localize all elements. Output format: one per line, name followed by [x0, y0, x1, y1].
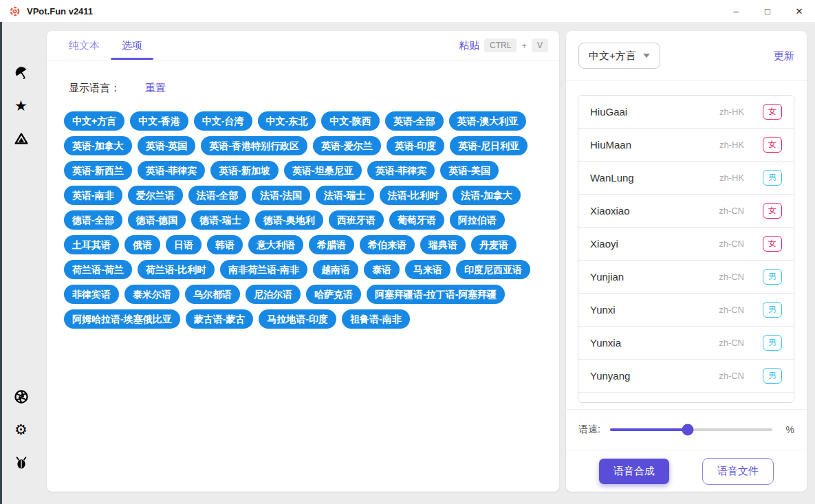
language-pill[interactable]: 祖鲁语-南非 — [342, 309, 410, 329]
language-pill[interactable]: 德语-奥地利 — [255, 210, 323, 230]
language-pill[interactable]: 法语-瑞士 — [316, 186, 374, 205]
voice-locale: zh-CN — [719, 239, 744, 249]
language-pill[interactable]: 中文-东北 — [258, 111, 316, 131]
voice-row[interactable] — [578, 393, 794, 403]
synthesize-button[interactable]: 语音合成 — [599, 459, 669, 484]
bug-icon[interactable] — [13, 454, 30, 471]
language-dropdown[interactable]: 中文+方言 — [578, 43, 660, 69]
maximize-button[interactable]: □ — [752, 0, 783, 22]
language-pill[interactable]: 中文-陕西 — [321, 111, 380, 131]
language-rows: 中文+方言中文-香港中文-台湾中文-东北中文-陕西英语-全部英语-澳大利亚英语-… — [64, 111, 545, 329]
language-pill[interactable]: 英语-新西兰 — [64, 161, 132, 180]
language-pill[interactable]: 中文-香港 — [130, 111, 188, 131]
language-pill[interactable]: 西班牙语 — [329, 210, 384, 230]
language-pill[interactable]: 爱尔兰语 — [128, 186, 183, 205]
voice-row[interactable]: Yunjian zh-CN 男 — [578, 261, 794, 294]
main-panel: 纯文本 选项 粘贴 CTRL + V 显示语言： 重置 中文+方言中文-香港中文… — [47, 31, 559, 492]
voice-panel-header: 中文+方言 更新 — [566, 31, 807, 81]
language-pill[interactable]: 哈萨克语 — [306, 285, 361, 304]
language-pill[interactable]: 菲律宾语 — [64, 285, 119, 304]
language-pill[interactable]: 英语-尼日利亚 — [450, 136, 528, 155]
language-pill[interactable]: 英语-印度 — [387, 136, 445, 155]
language-pill[interactable]: 英语-全部 — [385, 111, 444, 131]
voice-row[interactable]: Yunxi zh-CN 男 — [578, 294, 794, 327]
triangle-icon[interactable] — [13, 131, 30, 147]
language-pill[interactable]: 希腊语 — [309, 235, 354, 254]
speed-slider[interactable] — [610, 428, 772, 431]
language-pill[interactable]: 葡萄牙语 — [389, 210, 444, 230]
language-pill[interactable]: 英语-菲律宾 — [138, 161, 206, 180]
language-pill[interactable]: 英语-美国 — [440, 161, 499, 180]
language-pill[interactable]: 俄语 — [124, 235, 160, 254]
language-pill[interactable]: 荷兰语-比利时 — [138, 260, 215, 279]
voice-row[interactable]: HiuMaan zh-HK 女 — [578, 129, 794, 162]
language-pill[interactable]: 瑞典语 — [420, 235, 466, 254]
language-pill[interactable]: 韩语 — [207, 235, 243, 254]
voice-row[interactable]: WanLung zh-HK 男 — [578, 162, 794, 195]
voice-row[interactable]: Yunxia zh-CN 男 — [578, 327, 794, 360]
language-pill[interactable]: 马来语 — [405, 260, 450, 279]
voice-locale: zh-HK — [719, 173, 744, 183]
reset-button[interactable]: 重置 — [145, 82, 166, 95]
gear-icon[interactable]: ⚙ — [13, 421, 30, 438]
aperture-icon[interactable] — [13, 388, 30, 405]
language-pill[interactable]: 德语-瑞士 — [191, 210, 250, 230]
language-pill[interactable]: 英语-香港特别行政区 — [201, 136, 307, 155]
language-pill[interactable]: 丹麦语 — [471, 235, 517, 254]
voice-row[interactable]: Xiaoxiao zh-CN 女 — [578, 195, 794, 228]
language-pill[interactable]: 乌尔都语 — [185, 285, 240, 304]
voice-row[interactable]: Xiaoyi zh-CN 女 — [578, 228, 794, 261]
language-pill[interactable]: 法语-法国 — [252, 186, 310, 205]
paste-button[interactable]: 粘贴 — [459, 39, 479, 52]
language-pill[interactable]: 法语-加拿大 — [453, 186, 521, 205]
tab-plain-text[interactable]: 纯文本 — [58, 31, 111, 60]
voice-name: HiuMaan — [590, 139, 631, 151]
update-button[interactable]: 更新 — [774, 50, 794, 63]
minimize-button[interactable]: – — [720, 0, 752, 22]
language-pill[interactable]: 泰语 — [364, 260, 400, 279]
language-pill[interactable]: 英语-加拿大 — [64, 136, 132, 155]
language-pill[interactable]: 阿塞拜疆语-拉丁语-阿塞拜疆 — [367, 285, 505, 304]
language-pill[interactable]: 英语-英国 — [138, 136, 196, 155]
language-pill[interactable]: 阿拉伯语 — [450, 210, 505, 230]
language-pill[interactable]: 尼泊尔语 — [246, 285, 301, 304]
voice-file-button[interactable]: 语音文件 — [702, 458, 774, 485]
speed-slider-thumb[interactable] — [682, 424, 694, 436]
star-icon[interactable]: ★ — [13, 98, 30, 114]
language-pill[interactable]: 马拉地语-印度 — [259, 309, 336, 329]
language-pill[interactable]: 越南语 — [313, 260, 358, 279]
language-pill[interactable]: 土耳其语 — [64, 235, 119, 254]
language-pill[interactable]: 印度尼西亚语 — [456, 260, 530, 279]
language-pill[interactable]: 英语-南非 — [64, 186, 122, 205]
language-pill[interactable]: 希伯来语 — [360, 235, 415, 254]
language-pill[interactable]: 法语-全部 — [188, 186, 247, 205]
app-logo-icon — [9, 6, 21, 17]
language-pill[interactable]: 日语 — [166, 235, 202, 254]
voice-name: Yunyang — [590, 370, 630, 382]
umbrella-icon[interactable] — [13, 65, 30, 81]
language-pill[interactable]: 泰米尔语 — [124, 285, 180, 304]
voice-locale: zh-CN — [719, 338, 744, 348]
language-pill[interactable]: 阿姆哈拉语-埃塞俄比亚 — [64, 309, 180, 329]
close-button[interactable]: ✕ — [783, 0, 815, 22]
language-pill[interactable]: 法语-比利时 — [380, 186, 448, 205]
language-pill[interactable]: 英语-坦桑尼亚 — [284, 161, 362, 180]
tab-options[interactable]: 选项 — [111, 31, 153, 60]
language-pill[interactable]: 南非荷兰语-南非 — [220, 260, 307, 279]
language-pill[interactable]: 荷兰语-荷兰 — [64, 260, 132, 279]
language-pill[interactable]: 德语-全部 — [64, 210, 122, 230]
voice-row[interactable]: HiuGaai zh-HK 女 — [578, 96, 794, 129]
language-pill[interactable]: 德语-德国 — [128, 210, 186, 230]
language-pill[interactable]: 英语-澳大利亚 — [449, 111, 527, 131]
language-pill[interactable]: 意大利语 — [248, 235, 303, 254]
voice-locale: zh-CN — [719, 371, 744, 381]
language-pill[interactable]: 中文-台湾 — [194, 111, 252, 131]
window-title: VPot.Fun v2411 — [27, 6, 93, 17]
language-pill[interactable]: 英语-新加坡 — [210, 161, 279, 180]
voice-row[interactable]: Yunyang zh-CN 男 — [578, 360, 794, 393]
language-pill[interactable]: 中文+方言 — [64, 111, 124, 131]
voice-name: Yunjian — [590, 271, 624, 283]
language-pill[interactable]: 蒙古语-蒙古 — [186, 309, 254, 329]
language-pill[interactable]: 英语-菲律宾 — [367, 161, 435, 180]
language-pill[interactable]: 英语-爱尔兰 — [313, 136, 381, 155]
